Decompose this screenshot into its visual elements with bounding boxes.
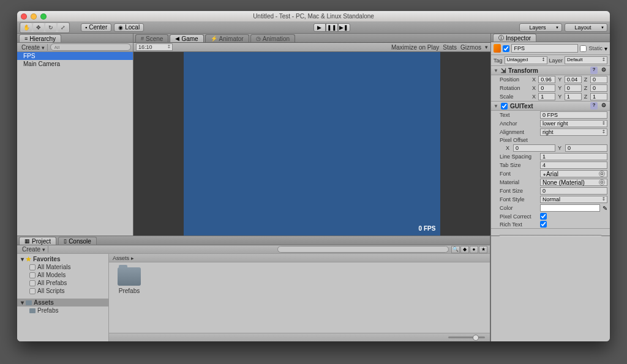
- gameobject-enabled-checkbox[interactable]: [503, 45, 509, 52]
- transform-header[interactable]: ▼⇲ Transform ? ⚙: [491, 66, 610, 75]
- game-canvas: 0 FPS: [184, 52, 441, 236]
- window-title: Untitled - Test - PC, Mac & Linux Standa…: [17, 13, 610, 20]
- gear-icon[interactable]: ⚙: [600, 102, 607, 110]
- gear-icon[interactable]: ⚙: [600, 67, 607, 74]
- gameobject-icon[interactable]: [494, 44, 501, 53]
- rotation-x-field[interactable]: [538, 84, 555, 92]
- hand-tool[interactable]: ✋: [21, 23, 32, 32]
- tree-item[interactable]: Prefabs: [17, 306, 108, 314]
- scale-z-field[interactable]: [590, 93, 607, 100]
- gizmos-toggle[interactable]: Gizmos: [460, 44, 481, 51]
- maximize-toggle[interactable]: Maximize on Play: [391, 44, 439, 51]
- tab-animation[interactable]: ◷ Animation: [250, 34, 295, 42]
- guitext-text-field[interactable]: [540, 111, 607, 119]
- hierarchy-list[interactable]: FPS Main Camera: [17, 52, 133, 236]
- tab-scene[interactable]: # Scene: [135, 34, 168, 42]
- layout-dropdown[interactable]: Layout: [565, 23, 607, 32]
- tree-item[interactable]: All Materials: [17, 263, 108, 271]
- hierarchy-search-input[interactable]: [50, 43, 131, 51]
- rotate-tool[interactable]: ↻: [45, 23, 56, 32]
- play-button[interactable]: ▶: [314, 23, 326, 32]
- position-z-field[interactable]: [590, 76, 607, 83]
- grid-size-slider[interactable]: [448, 336, 485, 338]
- help-icon[interactable]: ?: [590, 102, 598, 110]
- pivot-center-button[interactable]: ▪ Center: [81, 23, 111, 32]
- scale-tool[interactable]: ⤢: [58, 23, 69, 32]
- hierarchy-item[interactable]: Main Camera: [17, 60, 133, 68]
- project-panel: ▦ Project ▯ Console Create ▾ 🔍 ◆ ● ★ ▾★F…: [17, 236, 490, 341]
- fontsize-field[interactable]: [540, 187, 607, 195]
- project-tree[interactable]: ▾★Favorites All Materials All Models All…: [17, 254, 109, 341]
- folder-icon: [29, 308, 36, 313]
- tab-animator[interactable]: ⚡ Animator: [205, 34, 249, 42]
- material-field[interactable]: None (Material)⊙: [540, 179, 607, 186]
- transform-tools: ✋ ✥ ↻ ⤢: [20, 22, 70, 33]
- hierarchy-create-button[interactable]: Create ▾: [19, 44, 48, 51]
- aspect-dropdown[interactable]: 16:10: [136, 43, 173, 51]
- filter-type-icon[interactable]: ◆: [460, 246, 469, 253]
- stats-toggle[interactable]: Stats: [443, 44, 457, 51]
- static-checkbox[interactable]: [580, 45, 587, 52]
- position-y-field[interactable]: [565, 76, 582, 83]
- titlebar: Untitled - Test - PC, Mac & Linux Standa…: [17, 11, 610, 21]
- game-view[interactable]: 0 FPS: [133, 52, 490, 236]
- color-field[interactable]: [540, 204, 600, 212]
- search-icon: [29, 264, 36, 270]
- position-x-field[interactable]: [538, 76, 555, 83]
- inspector-tab[interactable]: ⓘ Inspector: [493, 34, 536, 42]
- tree-item[interactable]: All Prefabs: [17, 279, 108, 287]
- scale-x-field[interactable]: [538, 93, 555, 100]
- tree-item[interactable]: All Scripts: [17, 287, 108, 295]
- transform-icon: ⇲: [501, 67, 506, 74]
- hierarchy-tab[interactable]: ≡ Hierarchy: [19, 34, 61, 42]
- alignment-dropdown[interactable]: right: [540, 128, 607, 136]
- layer-dropdown[interactable]: Default: [565, 56, 607, 64]
- guitext-enabled-checkbox[interactable]: [501, 103, 508, 110]
- object-picker-icon[interactable]: ⊙: [599, 179, 605, 185]
- search-icon: [29, 280, 36, 286]
- editor-window: Untitled - Test - PC, Mac & Linux Standa…: [17, 11, 610, 341]
- pixelcorrect-checkbox[interactable]: [540, 213, 547, 220]
- save-search-icon[interactable]: ★: [479, 246, 487, 253]
- layer-label: Layer: [549, 58, 563, 64]
- console-tab[interactable]: ▯ Console: [58, 237, 97, 245]
- search-filter-icon[interactable]: 🔍: [451, 246, 460, 253]
- pivot-local-button[interactable]: ◉ Local: [114, 23, 144, 32]
- help-icon[interactable]: ?: [590, 67, 598, 74]
- pause-button[interactable]: ❚❚: [326, 23, 338, 32]
- tab-game[interactable]: ◀ Game: [170, 34, 203, 42]
- project-search-input[interactable]: [277, 246, 449, 253]
- step-button[interactable]: ▶❚: [338, 23, 350, 32]
- anchor-dropdown[interactable]: lower right: [540, 120, 607, 127]
- hierarchy-item[interactable]: FPS: [17, 52, 133, 60]
- pixeloffset-y-field[interactable]: [565, 144, 607, 152]
- rotation-z-field[interactable]: [590, 84, 607, 92]
- fontstyle-dropdown[interactable]: Normal: [540, 196, 607, 203]
- search-icon: [29, 272, 36, 278]
- tag-dropdown[interactable]: Untagged: [505, 56, 547, 64]
- linespacing-field[interactable]: [540, 153, 607, 160]
- guitext-header[interactable]: ▼ GUIText ? ⚙: [491, 102, 610, 111]
- guitext-component: ▼ GUIText ? ⚙ Text Anchorlower right Ali…: [491, 102, 610, 229]
- project-create-button[interactable]: Create ▾: [20, 246, 48, 253]
- tree-item[interactable]: All Models: [17, 271, 108, 279]
- pixeloffset-x-field[interactable]: [513, 144, 555, 152]
- layers-dropdown[interactable]: Layers: [519, 23, 562, 32]
- inspector-panel: ⓘ Inspector Static ▾ Tag Untagged Layer …: [490, 34, 610, 236]
- filter-label-icon[interactable]: ●: [470, 246, 478, 253]
- object-picker-icon[interactable]: ⊙: [599, 171, 605, 177]
- scale-y-field[interactable]: [565, 93, 582, 100]
- inspector-bottom-spacer: [490, 236, 610, 341]
- font-field[interactable]: ∘ Arial⊙: [540, 170, 607, 177]
- richtext-checkbox[interactable]: [540, 221, 547, 228]
- tabsize-field[interactable]: [540, 162, 607, 169]
- gameobject-name-field[interactable]: [511, 44, 578, 53]
- project-grid[interactable]: Prefabs: [109, 262, 490, 333]
- play-controls: ▶ ❚❚ ▶❚: [314, 23, 350, 32]
- move-tool[interactable]: ✥: [33, 23, 44, 32]
- breadcrumb[interactable]: Assets ▸: [109, 254, 490, 262]
- project-tab[interactable]: ▦ Project: [19, 237, 56, 245]
- grid-item[interactable]: Prefabs: [114, 267, 145, 294]
- center-area: # Scene ◀ Game ⚡ Animator ◷ Animation 16…: [133, 34, 490, 236]
- rotation-y-field[interactable]: [565, 84, 582, 92]
